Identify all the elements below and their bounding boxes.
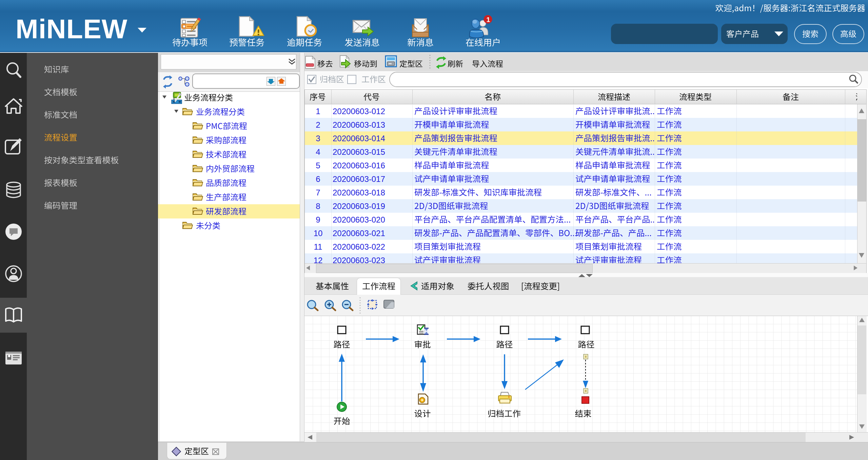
- svg-text:1: 1: [486, 16, 490, 23]
